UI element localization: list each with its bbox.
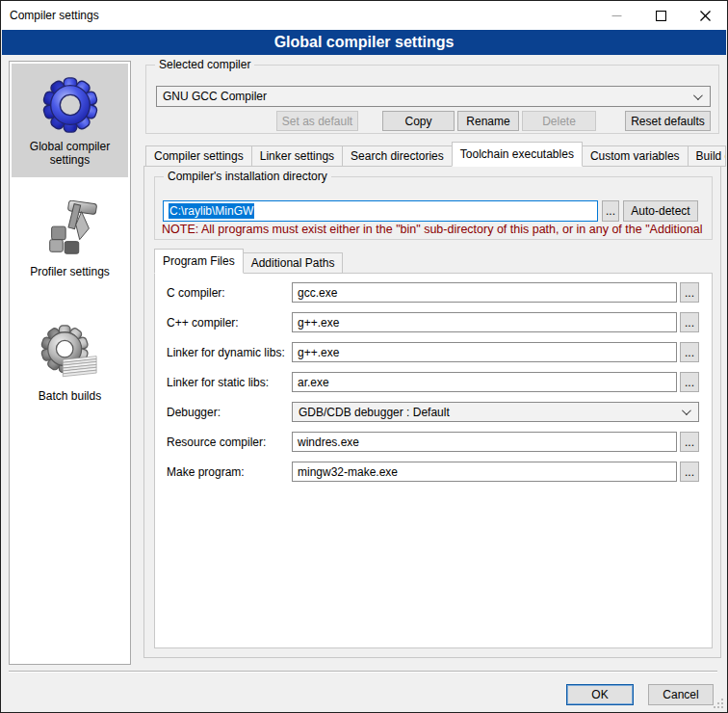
field-label: Resource compiler: [167,432,266,452]
tab-toolchain-executables[interactable]: Toolchain executables [452,142,583,167]
tab-compiler-settings[interactable]: Compiler settings [145,145,252,167]
browse-directory-button[interactable]: ... [602,200,619,222]
make-program-input[interactable]: mingw32-make.exe [292,462,677,482]
compiler-settings-dialog: Compiler settings Global compiler settin… [0,0,728,713]
sidebar-item-label: Batch builds [35,389,105,403]
footer-divider [9,671,717,673]
cpp-compiler-input[interactable]: g++.exe [292,312,677,332]
group-label: Selected compiler [155,58,254,71]
dynamic-linker-input[interactable]: g++.exe [292,342,677,362]
installation-directory-input[interactable]: C:\raylib\MinGW [163,200,598,222]
window-controls [594,1,727,30]
cpp-compiler-browse-button[interactable]: ... [680,312,699,332]
field-label: Debugger: [167,402,221,422]
sidebar-item-batch-builds[interactable]: Batch builds [12,314,128,412]
debugger-select[interactable]: GDB/CDB debugger : Default [292,402,699,422]
field-label: C compiler: [167,282,225,303]
field-value: mingw32-make.exe [298,465,398,479]
caliper-icon [40,200,100,260]
field-label: C++ compiler: [167,312,239,332]
program-files-panel: C compiler: gcc.exe ... C++ compiler: g+… [154,273,713,648]
titlebar: Compiler settings [1,1,727,30]
resource-compiler-browse-button[interactable]: ... [680,432,699,452]
c-compiler-input[interactable]: gcc.exe [292,282,677,303]
reset-defaults-button[interactable]: Reset defaults [625,111,711,131]
gear-stack-icon [40,325,100,384]
tab-program-files[interactable]: Program Files [154,249,244,274]
sidebar-item-profiler-settings[interactable]: Profiler settings [12,185,128,293]
field-label: Linker for static libs: [167,372,269,392]
compiler-select[interactable]: GNU GCC Compiler [156,86,711,107]
static-linker-browse-button[interactable]: ... [680,372,699,392]
page-title: Global compiler settings [274,34,455,51]
chevron-down-icon [682,406,691,415]
tab-custom-variables[interactable]: Custom variables [582,145,689,167]
field-value: gcc.exe [298,286,337,300]
minimize-icon [611,11,622,21]
debugger-select-value: GDB/CDB debugger : Default [299,406,450,419]
make-program-browse-button[interactable]: ... [680,462,699,482]
toolchain-subtabs: Program Files Additional Paths [154,249,342,274]
maximize-button[interactable] [638,1,683,30]
sidebar-item-label: Profiler settings [26,265,114,278]
toolchain-executables-page: Compiler's installation directory C:\ray… [143,166,721,658]
settings-category-list: Global compiler settings Profiler [9,61,131,665]
c-compiler-browse-button[interactable]: ... [680,282,699,303]
tab-linker-settings[interactable]: Linker settings [251,145,343,167]
delete-button[interactable]: Delete [522,111,596,131]
ok-button[interactable]: OK [566,684,634,705]
window-title: Compiler settings [10,9,99,22]
sidebar-item-global-compiler-settings[interactable]: Global compiler settings [12,64,128,177]
tab-build-options[interactable]: Build options [688,145,726,167]
cancel-button[interactable]: Cancel [648,684,714,705]
group-label: Compiler's installation directory [164,170,331,183]
gear-blue-icon [40,75,100,135]
field-value: g++.exe [298,316,339,330]
set-as-default-button[interactable]: Set as default [276,111,358,131]
maximize-icon [656,11,666,21]
field-value: ar.exe [298,376,329,389]
dialog-header: Global compiler settings [2,30,726,55]
resize-grip[interactable] [714,699,723,708]
rename-button[interactable]: Rename [457,111,519,131]
selected-text: C:\raylib\MinGW [169,203,254,219]
note-text: NOTE: All programs must exist either in … [162,223,709,236]
settings-tabstrip: Compiler settings Linker settings Search… [145,142,725,167]
close-button[interactable] [683,1,727,30]
chevron-down-icon [693,91,703,100]
field-label: Make program: [167,462,245,482]
dynamic-linker-browse-button[interactable]: ... [680,342,699,362]
copy-button[interactable]: Copy [382,111,455,131]
field-label: Linker for dynamic libs: [167,342,285,362]
minimize-button[interactable] [594,1,638,30]
auto-detect-button[interactable]: Auto-detect [623,200,698,222]
resource-compiler-input[interactable]: windres.exe [292,432,677,452]
tab-search-directories[interactable]: Search directories [342,145,453,167]
selected-compiler-group: Selected compiler GNU GCC Compiler Set a… [145,65,719,134]
field-value: g++.exe [298,346,339,359]
static-linker-input[interactable]: ar.exe [292,372,677,392]
sidebar-item-label: Global compiler settings [12,140,128,167]
close-icon [700,11,711,21]
tab-additional-paths[interactable]: Additional Paths [243,252,344,274]
compiler-select-value: GNU GCC Compiler [163,90,267,103]
field-value: windres.exe [298,436,359,449]
